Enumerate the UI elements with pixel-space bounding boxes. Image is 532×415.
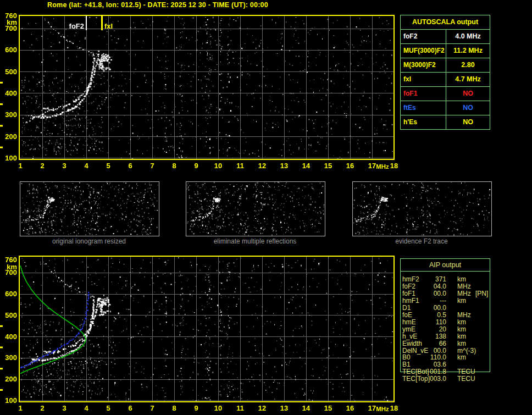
autoscala-window: Rome (lat: +41.8, lon: 012.5) - DATE: 20…	[0, 0, 532, 415]
bottom-ionogram-plot	[0, 251, 398, 415]
table-row: h'EsNO	[401, 115, 490, 129]
table-row: foF1NO	[401, 86, 490, 101]
parameter-label: foF1	[402, 290, 415, 297]
parameter-unit: km	[457, 319, 466, 326]
table-row: B0110.0km	[400, 354, 494, 361]
parameter-unit: MHz	[457, 312, 471, 319]
aip-table-header: AIP output	[401, 259, 490, 272]
parameter-value: 4.0 MHz	[446, 30, 490, 43]
parameter-unit: km	[457, 297, 466, 305]
table-row: D100.0	[400, 305, 494, 312]
parameter-value: 138	[415, 333, 446, 340]
parameter-value: 4.7 MHz	[446, 73, 490, 86]
parameter-note: [PN]	[475, 290, 488, 297]
parameter-value: 20	[415, 326, 446, 333]
table-row: fxI4.7 MHz	[401, 72, 490, 86]
parameter-label: foF1	[401, 87, 446, 101]
parameter-unit: km	[457, 326, 466, 333]
parameter-label: M(3000)F2	[401, 58, 446, 72]
parameter-label: h'Es	[401, 115, 446, 129]
thumbnail-caption-2: eliminate multiple reflections	[186, 237, 324, 245]
page-title: Rome (lat: +41.8, lon: 012.5) - DATE: 20…	[47, 1, 268, 9]
parameter-unit: MHz	[457, 283, 471, 290]
parameter-value: NO	[446, 101, 490, 115]
table-row: M(3000)F22.80	[401, 58, 490, 72]
parameter-unit: TECU	[457, 375, 475, 383]
parameter-value: 04.0	[415, 283, 446, 290]
top-ionogram-plot	[0, 10, 398, 174]
parameter-label: ftEs	[401, 101, 446, 115]
parameter-label: MUF(3000)F2	[401, 44, 446, 58]
table-row: foF204.0MHz	[400, 283, 494, 290]
table-row: hmE110km	[400, 319, 494, 326]
thumbnail-caption-1: original ionogram resized	[20, 237, 158, 245]
parameter-label: foF2	[402, 283, 415, 290]
table-row: foF100.0MHz[PN]	[400, 290, 494, 297]
parameter-value: 66	[415, 340, 446, 347]
parameter-label: hmE	[402, 319, 416, 326]
table-row: TEC[Top]003.0TECU	[400, 375, 494, 383]
table-row: foE0.5MHz	[400, 312, 494, 319]
parameter-value: 110	[415, 319, 446, 326]
parameter-label: foF2	[401, 30, 446, 43]
parameter-label: D1	[402, 305, 411, 312]
parameter-value: 11.2 MHz	[446, 44, 490, 58]
parameter-value: ---	[415, 297, 446, 305]
parameter-unit: km	[457, 340, 466, 347]
parameter-unit: MHz	[457, 290, 471, 297]
parameter-unit: km	[457, 333, 466, 340]
table-row: ymE20km	[400, 326, 494, 333]
parameter-value: 00.0	[415, 305, 446, 312]
parameter-unit: km	[457, 354, 466, 361]
autoscala-output-table: AUTOSCALA output foF24.0 MHzMUF(3000)F21…	[400, 15, 490, 130]
parameter-value: 003.0	[415, 375, 446, 383]
thumbnail-caption-3: evidence F2 trace	[352, 237, 491, 245]
autoscala-table-header: AUTOSCALA output	[401, 15, 490, 29]
thumbnail-eliminate-reflections	[186, 181, 325, 236]
parameter-label: ymE	[402, 326, 415, 333]
table-row: hmF1---km	[400, 297, 494, 305]
table-row: Ewidth66km	[400, 340, 494, 347]
table-row: ftEsNO	[401, 101, 490, 115]
autoscala-table-rows: foF24.0 MHzMUF(3000)F211.2 MHzM(3000)F22…	[401, 29, 490, 129]
table-row: DelN_vE00.0m^(-3)	[400, 347, 494, 355]
parameter-label: fxI	[401, 73, 446, 86]
parameter-value: NO	[446, 87, 490, 101]
table-row: MUF(3000)F211.2 MHz	[401, 43, 490, 58]
parameter-value: 00.0	[415, 290, 446, 297]
parameter-value: 2.80	[446, 58, 490, 72]
parameter-value: NO	[446, 115, 490, 129]
thumbnail-original-ionogram	[20, 181, 159, 236]
parameter-value: 0.5	[415, 312, 446, 319]
thumbnail-evidence-f2-trace	[352, 181, 492, 236]
table-row: h_vE138km	[400, 333, 494, 340]
parameter-label: foE	[402, 312, 412, 319]
table-row: foF24.0 MHz	[401, 29, 490, 43]
